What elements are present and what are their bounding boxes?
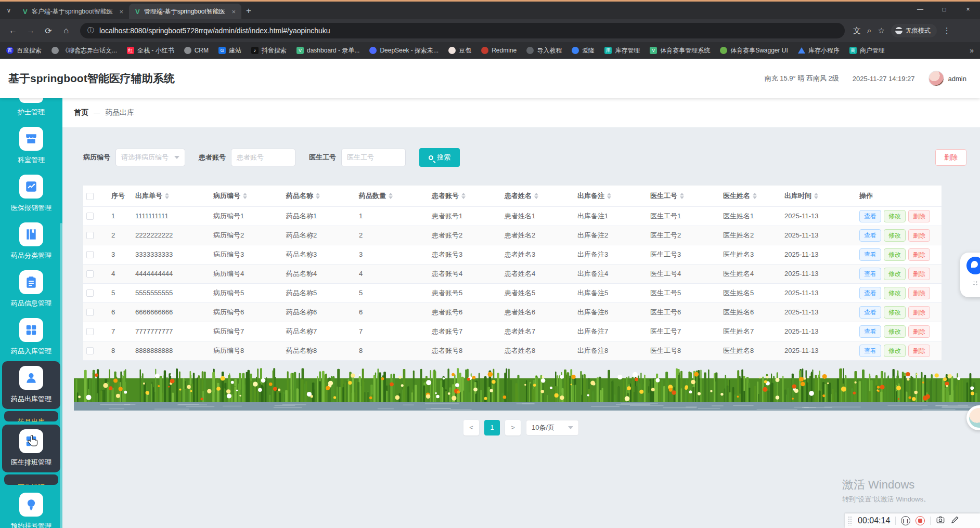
sort-carets-icon[interactable]: [243, 193, 247, 199]
home-button[interactable]: ⌂: [58, 23, 74, 38]
delete-button[interactable]: 删除: [908, 306, 930, 319]
bookmark-item[interactable]: 爱隆: [572, 46, 595, 55]
browser-tab-2[interactable]: V管理端-基于springboot智能医×: [129, 4, 241, 19]
delete-button[interactable]: 删除: [908, 287, 930, 299]
tab-search-chevron-icon[interactable]: ∨: [2, 4, 16, 17]
sort-carets-icon[interactable]: [165, 193, 169, 199]
bookmark-star-icon[interactable]: ☆: [878, 26, 884, 35]
breadcrumb-home[interactable]: 首页: [74, 108, 88, 117]
delete-button[interactable]: 删除: [908, 325, 930, 338]
record-no-select[interactable]: 请选择病历编号: [115, 149, 185, 166]
pause-icon[interactable]: ❙❙: [901, 516, 910, 525]
bookmark-item[interactable]: 《聊斋志异白话文...: [51, 46, 117, 55]
maximize-button[interactable]: □: [932, 2, 956, 17]
column-header-record_no[interactable]: 病历编号: [210, 186, 283, 206]
assistant-logo-icon[interactable]: [966, 257, 980, 274]
column-header-patient_name[interactable]: 患者姓名: [501, 186, 574, 206]
sidebar-item-预约挂号管理[interactable]: 预约挂号管理: [2, 488, 60, 528]
pagination-next-button[interactable]: >: [505, 420, 521, 435]
column-header-date[interactable]: 出库时间: [781, 186, 856, 206]
sidebar-item-医生排班管理[interactable]: 医生排班管理: [2, 425, 60, 472]
doctor-no-input[interactable]: 医生工号: [341, 149, 406, 166]
back-button[interactable]: ←: [5, 23, 21, 38]
bookmark-item[interactable]: Vdashboard - 录单...: [296, 46, 359, 55]
sidebar-submenu-clipped[interactable]: 医生排班: [4, 474, 58, 485]
patient-account-input[interactable]: 患者账号: [231, 149, 295, 166]
bookmark-item[interactable]: 红全栈 - 小红书: [127, 46, 174, 55]
pagination-prev-button[interactable]: <: [463, 420, 479, 435]
close-window-button[interactable]: ×: [956, 2, 980, 17]
column-header-doctor_name[interactable]: 医生姓名: [720, 186, 781, 206]
sidebar-item-药品出库管理[interactable]: 药品出库管理: [2, 361, 60, 409]
sidebar-item-医保报销管理[interactable]: 医保报销管理: [2, 170, 60, 218]
screenshot-camera-icon[interactable]: [936, 515, 945, 526]
sort-carets-icon[interactable]: [534, 193, 538, 199]
sidebar-item-药品入库管理[interactable]: 药品入库管理: [2, 313, 60, 361]
edit-button[interactable]: 修改: [884, 287, 906, 299]
user-menu[interactable]: admin: [929, 71, 966, 86]
bookmark-item[interactable]: 库库存管理: [604, 46, 640, 55]
tab-close-icon[interactable]: ×: [230, 8, 237, 16]
sort-carets-icon[interactable]: [753, 193, 757, 199]
floating-assistant-widget[interactable]: [960, 253, 980, 297]
sidebar-submenu-clipped[interactable]: 药品出库: [4, 411, 58, 421]
sort-carets-icon[interactable]: [814, 193, 818, 199]
view-button[interactable]: 查看: [859, 268, 881, 280]
row-checkbox[interactable]: [86, 251, 94, 258]
search-button[interactable]: 搜索: [419, 148, 460, 167]
sort-carets-icon[interactable]: [316, 193, 320, 199]
browser-tab-1[interactable]: V客户端-基于springboot智能医×: [17, 4, 129, 19]
translate-icon[interactable]: 文: [853, 26, 861, 36]
annotate-pencil-icon[interactable]: [950, 515, 960, 526]
bookmark-item[interactable]: DeepSeek - 探索未...: [369, 46, 439, 55]
widget-drag-handle-icon[interactable]: [973, 281, 978, 286]
row-checkbox[interactable]: [86, 232, 94, 239]
view-button[interactable]: 查看: [859, 345, 881, 357]
view-button[interactable]: 查看: [859, 287, 881, 299]
bookmark-item[interactable]: 商商户管理: [849, 46, 885, 55]
delete-button[interactable]: 删除: [908, 210, 930, 222]
reload-button[interactable]: ⟳: [41, 23, 56, 38]
bookmark-item[interactable]: G建站: [218, 46, 241, 55]
sidebar-item-药品信息管理[interactable]: 药品信息管理: [2, 266, 60, 313]
edit-button[interactable]: 修改: [884, 268, 906, 280]
select-all-checkbox[interactable]: [86, 193, 94, 200]
delete-button[interactable]: 删除: [908, 248, 930, 261]
edit-button[interactable]: 修改: [884, 210, 906, 222]
row-checkbox[interactable]: [86, 289, 94, 297]
edit-button[interactable]: 修改: [884, 248, 906, 261]
bookmark-item[interactable]: ♪抖音搜索: [251, 46, 287, 55]
edit-button[interactable]: 修改: [884, 325, 906, 338]
sort-carets-icon[interactable]: [461, 193, 466, 199]
user-avatar[interactable]: [929, 71, 944, 86]
bookmark-item[interactable]: Redmine: [481, 47, 517, 54]
stop-record-icon[interactable]: [915, 516, 925, 525]
pagination-page-1[interactable]: 1: [484, 420, 500, 435]
sort-carets-icon[interactable]: [607, 193, 611, 199]
page-size-select[interactable]: 10条/页: [526, 420, 579, 435]
view-button[interactable]: 查看: [859, 325, 881, 338]
sort-carets-icon[interactable]: [680, 193, 684, 199]
view-button[interactable]: 查看: [859, 248, 881, 261]
edit-button[interactable]: 修改: [884, 345, 906, 357]
bookmarks-overflow-icon[interactable]: »: [970, 46, 974, 55]
row-checkbox[interactable]: [86, 347, 94, 354]
bookmark-item[interactable]: 百百度搜索: [6, 46, 42, 55]
delete-button[interactable]: 删除: [908, 345, 930, 357]
row-checkbox[interactable]: [86, 309, 94, 316]
view-button[interactable]: 查看: [859, 306, 881, 319]
bookmark-item[interactable]: 库存小程序: [798, 46, 840, 55]
row-checkbox[interactable]: [86, 270, 94, 278]
column-header-qty[interactable]: 药品数量: [356, 186, 429, 206]
edit-button[interactable]: 修改: [884, 229, 906, 242]
column-header-drug_name[interactable]: 药品名称: [283, 186, 356, 206]
row-checkbox[interactable]: [86, 328, 94, 335]
row-checkbox[interactable]: [86, 213, 94, 220]
browser-menu-icon[interactable]: ⋮: [943, 26, 951, 35]
column-header-order_no[interactable]: 出库单号: [132, 186, 210, 206]
batch-delete-button[interactable]: 删除: [935, 149, 966, 166]
new-tab-button[interactable]: +: [241, 4, 256, 18]
column-header-patient_account[interactable]: 患者账号: [429, 186, 501, 206]
view-button[interactable]: 查看: [859, 210, 881, 222]
sort-carets-icon[interactable]: [389, 193, 393, 199]
